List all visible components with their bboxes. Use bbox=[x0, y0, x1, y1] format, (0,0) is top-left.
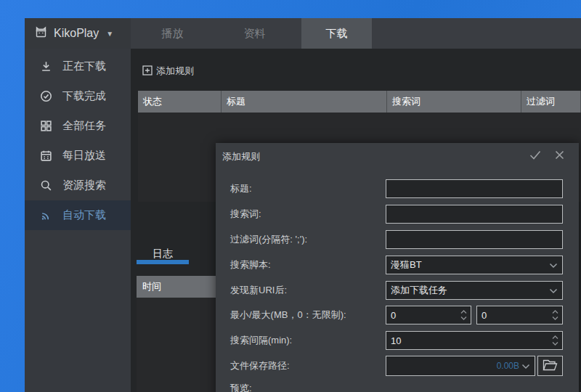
downloading-icon bbox=[40, 60, 53, 73]
add-rule-button[interactable]: 添加规则 bbox=[142, 65, 194, 78]
search-script-select[interactable]: 漫猫BT bbox=[386, 256, 563, 274]
chevron-down-icon bbox=[549, 285, 558, 296]
dialog-title: 添加规则 bbox=[222, 150, 260, 163]
kikoplay-window: KikoPlay ▼ 播放 资料 下载 正在下载 下载完成 bbox=[25, 18, 581, 392]
spinner-arrows-icon[interactable] bbox=[459, 310, 471, 320]
spinner-arrows-icon[interactable] bbox=[550, 310, 562, 320]
rss-icon bbox=[40, 209, 53, 222]
rules-table-header: 状态 标题 搜索词 过滤词 bbox=[138, 91, 581, 113]
folder-icon bbox=[543, 359, 558, 374]
spinner-arrows-icon[interactable] bbox=[550, 335, 562, 346]
free-space-text: 0.00B bbox=[497, 361, 519, 371]
sidebar: 正在下载 下载完成 全部任务 bbox=[25, 49, 131, 392]
log-tab-active-indicator bbox=[137, 260, 189, 264]
log-table[interactable]: 时间 bbox=[137, 276, 224, 392]
search-word-field-label: 搜索词: bbox=[230, 205, 261, 224]
nav-tabbar: 播放 资料 下载 bbox=[131, 18, 581, 49]
column-header-status[interactable]: 状态 bbox=[138, 91, 222, 113]
min-size-spinbox[interactable]: 0 bbox=[386, 306, 471, 324]
filter-word-input[interactable] bbox=[386, 230, 563, 249]
sidebar-item-label: 每日放送 bbox=[62, 149, 106, 163]
column-header-time: 时间 bbox=[137, 276, 224, 298]
new-uri-action-select[interactable]: 添加下载任务 bbox=[386, 281, 563, 300]
app-title: KikoPlay bbox=[54, 27, 99, 40]
min-size-value: 0 bbox=[391, 310, 459, 321]
sidebar-item-download-complete[interactable]: 下载完成 bbox=[25, 81, 131, 111]
title-input[interactable] bbox=[386, 179, 563, 198]
search-icon bbox=[40, 179, 53, 192]
sidebar-item-label: 资源搜索 bbox=[62, 179, 106, 192]
browse-folder-button[interactable] bbox=[537, 356, 563, 376]
chevron-down-icon bbox=[549, 260, 558, 271]
column-header-search-word[interactable]: 搜索词 bbox=[387, 91, 521, 113]
sidebar-item-label: 正在下载 bbox=[62, 60, 106, 73]
column-header-filter-word[interactable]: 过滤词 bbox=[521, 91, 581, 113]
preview-label: 预览: bbox=[230, 379, 252, 392]
check-icon bbox=[529, 150, 541, 163]
save-path-select[interactable]: 0.00B bbox=[386, 356, 535, 376]
all-tasks-grid-icon bbox=[40, 120, 53, 133]
sidebar-item-downloading[interactable]: 正在下载 bbox=[25, 52, 131, 81]
dialog-close-button[interactable] bbox=[550, 148, 568, 164]
close-icon bbox=[555, 150, 564, 163]
tab-library[interactable]: 资料 bbox=[219, 18, 290, 49]
new-uri-action-label: 发现新URI后: bbox=[230, 281, 287, 300]
max-size-value: 0 bbox=[482, 310, 550, 321]
search-interval-value: 10 bbox=[391, 335, 550, 346]
filter-word-field-label: 过滤词(分隔符: ';'): bbox=[230, 230, 307, 249]
search-word-input[interactable] bbox=[386, 205, 563, 224]
search-interval-spinbox[interactable]: 10 bbox=[386, 331, 563, 350]
column-header-title[interactable]: 标题 bbox=[222, 91, 387, 113]
max-size-spinbox[interactable]: 0 bbox=[476, 306, 563, 324]
sidebar-item-auto-download[interactable]: 自动下载 bbox=[25, 200, 131, 230]
add-rule-dialog: 添加规则 标题: 搜索词: 过滤词(分隔符: ';'): 搜索脚本: 漫猫BT … bbox=[216, 143, 579, 392]
save-path-label: 文件保存路径: bbox=[230, 356, 290, 375]
dialog-confirm-button[interactable] bbox=[527, 148, 544, 164]
search-script-value: 漫猫BT bbox=[391, 258, 549, 271]
app-menu-caret-icon: ▼ bbox=[106, 30, 113, 38]
tab-play[interactable]: 播放 bbox=[137, 18, 208, 49]
check-circle-icon bbox=[40, 90, 53, 103]
calendar-icon bbox=[40, 150, 53, 163]
sidebar-item-daily-broadcast[interactable]: 每日放送 bbox=[25, 141, 131, 171]
search-interval-label: 搜索间隔(min): bbox=[230, 331, 292, 350]
titlebar[interactable]: KikoPlay ▼ bbox=[25, 18, 131, 49]
sidebar-item-resource-search[interactable]: 资源搜索 bbox=[25, 171, 131, 200]
sidebar-item-all-tasks[interactable]: 全部任务 bbox=[25, 111, 131, 141]
sidebar-item-label: 下载完成 bbox=[62, 89, 106, 103]
tab-download[interactable]: 下载 bbox=[301, 18, 372, 49]
sidebar-item-label: 自动下载 bbox=[62, 208, 106, 222]
new-uri-action-value: 添加下载任务 bbox=[391, 284, 549, 297]
search-script-label: 搜索脚本: bbox=[230, 256, 271, 274]
plus-square-icon bbox=[142, 65, 153, 78]
kikoplay-logo-icon bbox=[34, 25, 48, 42]
minmax-size-label: 最小/最大(MB，0：无限制): bbox=[230, 306, 346, 324]
sidebar-item-label: 全部任务 bbox=[62, 119, 106, 133]
chevron-down-icon bbox=[521, 361, 530, 372]
title-field-label: 标题: bbox=[230, 179, 252, 198]
add-rule-button-label: 添加规则 bbox=[156, 65, 194, 78]
